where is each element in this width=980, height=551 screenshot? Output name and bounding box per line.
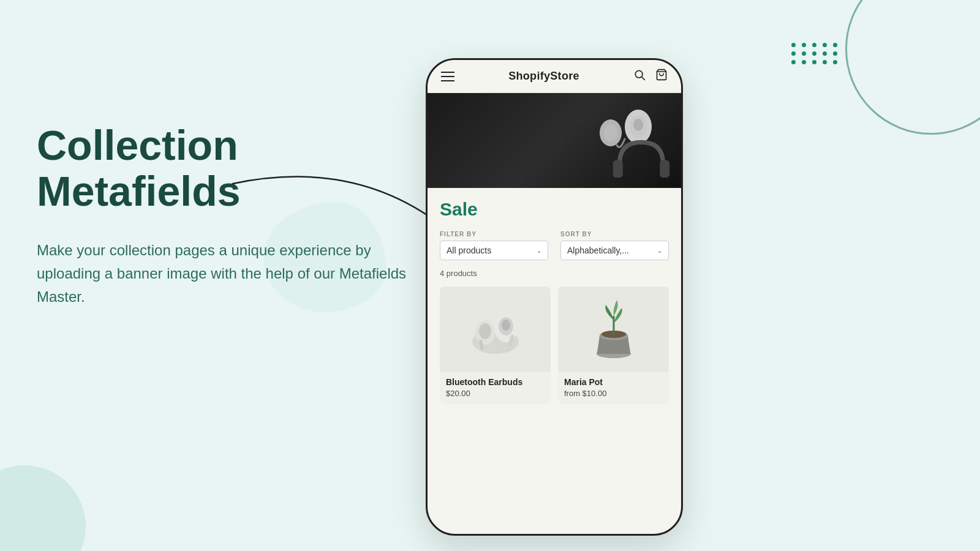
product-name-pot: Maria Pot (564, 377, 663, 387)
phone-mockup: ShopifyStore (426, 58, 683, 536)
filter-label: FILTER BY (440, 231, 548, 238)
arrow-decoration (227, 171, 453, 245)
decorative-circle-top-right (845, 0, 980, 135)
product-grid: Bluetooth Earbuds $20.00 (440, 287, 669, 404)
svg-point-14 (502, 320, 510, 331)
sort-select[interactable]: Alphabetically,... ⌄ (560, 241, 669, 260)
filter-sort-row: FILTER BY All products ⌄ SORT BY Alphabe… (440, 231, 669, 260)
svg-line-2 (642, 77, 645, 80)
collection-content: Sale FILTER BY All products ⌄ SORT BY Al… (428, 188, 681, 415)
collection-title: Sale (440, 199, 669, 220)
sort-label: SORT BY (560, 231, 669, 238)
banner-image (428, 93, 681, 188)
filter-group: FILTER BY All products ⌄ (440, 231, 548, 260)
menu-icon[interactable] (441, 72, 454, 81)
product-name-earbuds: Bluetooth Earbuds (446, 377, 545, 387)
header-icons (633, 69, 668, 84)
svg-point-6 (633, 119, 643, 131)
sort-chevron-icon: ⌄ (657, 247, 662, 254)
cart-icon[interactable] (655, 69, 668, 84)
product-price-earbuds: $20.00 (446, 389, 545, 398)
product-price-pot: from $10.00 (564, 389, 663, 398)
store-name: ShopifyStore (508, 70, 579, 83)
store-header: ShopifyStore (428, 60, 681, 93)
filter-chevron-icon: ⌄ (537, 247, 541, 254)
search-icon[interactable] (633, 69, 646, 84)
filter-select[interactable]: All products ⌄ (440, 241, 548, 260)
product-count: 4 products (440, 269, 669, 278)
product-info-earbuds: Bluetooth Earbuds $20.00 (440, 372, 551, 404)
product-card-earbuds[interactable]: Bluetooth Earbuds $20.00 (440, 287, 551, 404)
phone-frame: ShopifyStore (426, 58, 683, 536)
product-image-earbuds (440, 287, 551, 372)
sub-text: Make your collection pages a unique expe… (37, 239, 435, 309)
decorative-circle-bottom-left (0, 465, 86, 551)
svg-rect-10 (660, 160, 669, 178)
phone-screen: ShopifyStore (428, 60, 681, 534)
svg-rect-9 (613, 160, 623, 178)
product-info-pot: Maria Pot from $10.00 (558, 372, 669, 404)
sort-group: SORT BY Alphabetically,... ⌄ (560, 231, 669, 260)
dots-decoration (791, 43, 839, 64)
product-card-pot[interactable]: Maria Pot from $10.00 (558, 287, 669, 404)
svg-point-16 (479, 323, 491, 339)
product-image-pot (558, 287, 669, 372)
